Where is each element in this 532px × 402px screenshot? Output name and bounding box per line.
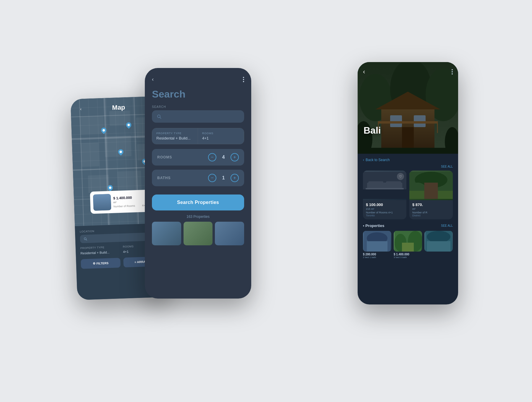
rooms-stepper: ROOMS − 4 + xyxy=(152,149,244,166)
properties-grid: ♡ $ 100.000 215 m² Number of Rooms 4+1 T… xyxy=(363,171,453,219)
phone-detail: ‹ Bali ‹ Back to Search SEE ALL xyxy=(358,62,458,304)
similar-thumb-1 xyxy=(363,231,391,252)
result-thumb-3[interactable] xyxy=(215,222,244,245)
baths-value: 1 xyxy=(220,175,226,181)
back-link-text: Back to Search xyxy=(366,158,390,162)
see-all-button-2[interactable]: SEE ALL xyxy=(441,224,453,227)
back-chevron-icon: ‹ xyxy=(363,158,364,162)
detail-hero: ‹ Bali xyxy=(358,62,458,154)
garden-svg xyxy=(409,171,453,200)
rooms-label: Number of Rooms xyxy=(113,204,135,208)
svg-rect-55 xyxy=(427,241,450,252)
more-menu[interactable] xyxy=(243,77,244,82)
property-info: $ 1.400.000 m² Number of Rooms 4+1 xyxy=(113,195,147,208)
svg-rect-0 xyxy=(80,116,104,134)
similar-item-2[interactable]: $ 1.400.000 3 bed 3 bath xyxy=(394,231,422,259)
scene: ‹ Map $ 1.400.000 xyxy=(59,38,473,364)
prop-card-2-district: District xyxy=(412,214,450,217)
baths-stepper: BATHS − 1 + xyxy=(152,170,244,186)
search-properties-button[interactable]: Search Properties xyxy=(152,194,244,210)
rooms-stepper-controls: − 4 + xyxy=(208,153,239,161)
svg-point-54 xyxy=(427,231,450,243)
similar-price-1: $ 280.000 xyxy=(363,253,391,256)
similar-desc-1: 2 bed 1 bath xyxy=(363,256,391,259)
similar-properties-row: $ 280.000 2 bed 1 bath xyxy=(363,231,453,259)
search-input-bar[interactable] xyxy=(152,110,244,123)
prop-card-1-meta: 215 m² xyxy=(366,208,403,210)
property-card-1[interactable]: ♡ $ 100.000 215 m² Number of Rooms 4+1 T… xyxy=(363,171,406,219)
rooms-decrement[interactable]: − xyxy=(208,153,216,161)
see-all-row-1: SEE ALL xyxy=(363,165,453,168)
property-type-col: PROPERTY TYPE Residental + Build... xyxy=(80,245,120,255)
property-type-val: Residental + Build... xyxy=(156,136,194,140)
result-thumb-2[interactable] xyxy=(184,222,213,245)
svg-rect-48 xyxy=(367,241,387,252)
favorite-icon[interactable]: ♡ xyxy=(397,173,404,180)
svg-rect-29 xyxy=(378,121,437,124)
see-all-button-1[interactable]: SEE ALL xyxy=(441,165,453,168)
back-to-search[interactable]: ‹ Back to Search xyxy=(363,154,453,165)
prop-card-1-body: $ 100.000 215 m² Number of Rooms 4+1 Tor… xyxy=(363,200,406,219)
prop-card-2-price: $ 870. xyxy=(412,202,450,207)
property-type-rooms-row: PROPERTY TYPE Residental + Build... ROOM… xyxy=(152,128,244,144)
phone-search: ‹ Search SEARCH PROPERTY TYPE Residental… xyxy=(145,68,251,299)
svg-rect-45 xyxy=(424,183,438,199)
property-price: $ 1.400.000 xyxy=(113,195,146,200)
rooms-stepper-label: ROOMS xyxy=(157,155,172,159)
map-title: Map xyxy=(112,103,125,112)
location-title: Bali xyxy=(364,125,381,136)
detail-more-menu[interactable] xyxy=(452,69,453,74)
prop-card-1-district: Toronto xyxy=(366,214,403,217)
similar-header: • Properties SEE ALL xyxy=(363,223,453,228)
detail-back-button[interactable]: ‹ xyxy=(363,68,365,76)
svg-rect-6 xyxy=(88,175,109,193)
property-card-2[interactable]: $ 870. m² Number of R District xyxy=(409,171,453,219)
property-thumbnail xyxy=(93,194,111,211)
similar-info-1: $ 280.000 2 bed 1 bath xyxy=(363,253,391,259)
property-type-label: PROPERTY TYPE xyxy=(156,132,194,135)
prop-card-2-body: $ 870. m² Number of R District xyxy=(409,200,453,219)
prop-card-1-rooms: Number of Rooms 4+1 xyxy=(366,211,403,214)
svg-rect-28 xyxy=(402,127,414,148)
search-icon xyxy=(84,237,87,241)
property-type-val[interactable]: Residental + Build... xyxy=(80,250,120,255)
detail-content: ‹ Back to Search SEE ALL xyxy=(358,154,458,259)
search-input-label: SEARCH xyxy=(145,105,251,108)
rooms-col-val: 4+1 xyxy=(202,136,240,140)
result-thumb-1[interactable] xyxy=(152,222,181,245)
svg-rect-7 xyxy=(117,171,142,191)
similar-item-3[interactable] xyxy=(424,231,453,259)
prop-card-2-rooms: Number of R xyxy=(412,211,450,214)
rooms-col-label: ROOMS xyxy=(202,132,240,135)
prop-card-img-1: ♡ xyxy=(363,171,406,200)
similar-title: • Properties xyxy=(363,223,384,228)
svg-rect-52 xyxy=(402,243,414,252)
similar-info-2: $ 1.400.000 3 bed 3 bath xyxy=(394,253,422,259)
search-icon xyxy=(157,114,161,119)
filters-button[interactable]: ⚙ FILTERS xyxy=(81,258,121,269)
search-header: ‹ xyxy=(145,68,251,82)
similar-desc-2: 3 bed 3 bath xyxy=(394,256,422,259)
results-count: 163 Properties xyxy=(152,215,244,219)
svg-line-17 xyxy=(86,239,87,240)
property-type-label: PROPERTY TYPE xyxy=(80,245,120,250)
property-meta-row: Number of Rooms 4+1 xyxy=(113,204,147,208)
rooms-value: 4 xyxy=(220,155,226,160)
prop-card-1-price: $ 100.000 xyxy=(366,202,403,207)
svg-rect-39 xyxy=(366,188,404,189)
similar-thumb-3 xyxy=(424,231,453,252)
similar-price-2: $ 1.400.000 xyxy=(394,253,422,256)
property-popup-card[interactable]: $ 1.400.000 m² Number of Rooms 4+1 xyxy=(90,190,150,214)
rooms-select[interactable]: ROOMS 4+1 xyxy=(198,128,244,144)
svg-rect-3 xyxy=(81,142,99,167)
svg-rect-34 xyxy=(358,148,458,154)
baths-decrement[interactable]: − xyxy=(208,174,216,182)
baths-increment[interactable]: + xyxy=(231,174,239,182)
back-button[interactable]: ‹ xyxy=(152,76,154,82)
rooms-increment[interactable]: + xyxy=(231,153,239,161)
similar-thumb-2 xyxy=(394,231,422,252)
property-type-select[interactable]: PROPERTY TYPE Residental + Build... xyxy=(152,128,198,144)
results-preview xyxy=(145,222,251,245)
back-icon[interactable]: ‹ xyxy=(76,104,86,114)
similar-item-1[interactable]: $ 280.000 2 bed 1 bath xyxy=(363,231,391,259)
